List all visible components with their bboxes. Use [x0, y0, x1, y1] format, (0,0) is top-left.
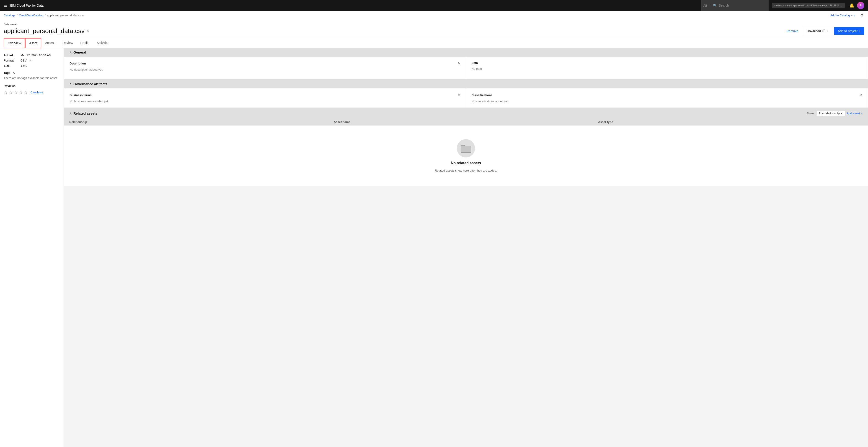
tags-empty-text: There are no tags available for this ass…: [4, 76, 60, 80]
tab-profile[interactable]: Profile: [76, 38, 93, 48]
tabs-bar: Overview Asset Access Review Profile Act…: [0, 38, 868, 48]
breadcrumb-catalog-link[interactable]: CreditDataCatalog: [19, 14, 43, 17]
add-to-catalog-label: Add to Catalog: [830, 14, 850, 17]
general-collapse-icon[interactable]: ∧: [69, 51, 71, 54]
search-input[interactable]: [719, 4, 766, 7]
show-label: Show:: [806, 111, 815, 115]
add-to-project-button[interactable]: Add to project +: [834, 27, 864, 35]
page-title: applicant_personal_data.csv ✎: [4, 27, 89, 35]
tab-activities[interactable]: Activities: [93, 38, 113, 48]
description-card-header: Description ✎: [69, 61, 460, 66]
relationship-filter-value: Any relationship: [818, 111, 840, 115]
star-3[interactable]: ☆: [14, 90, 18, 95]
related-section-title: Related assets: [73, 111, 97, 115]
add-asset-plus-icon: +: [861, 111, 863, 115]
tab-review[interactable]: Review: [59, 38, 77, 48]
description-empty: No description added yet.: [69, 68, 460, 71]
col-asset-type-header: Asset type: [598, 120, 863, 124]
star-1[interactable]: ☆: [4, 90, 8, 95]
classifications-add-icon[interactable]: ⊕: [859, 93, 862, 97]
title-edit-icon[interactable]: ✎: [86, 29, 89, 33]
nav-icons: 🔔 P: [847, 1, 864, 10]
reviews-count-link[interactable]: 0 reviews: [31, 91, 43, 94]
col-asset-name-header: Asset name: [334, 120, 598, 124]
search-bar[interactable]: All | 🔍: [701, 0, 769, 11]
reviews-title: Reviews: [4, 84, 60, 88]
related-empty-title: No related assets: [451, 161, 481, 165]
tags-section: Tags ✎ There are no tags available for t…: [4, 71, 60, 80]
classifications-title: Classifications: [472, 93, 493, 97]
breadcrumb-bar: Catalogs / CreditDataCatalog / applicant…: [0, 11, 868, 20]
download-arrow-icon: ↓: [827, 29, 828, 33]
download-button[interactable]: Download ⓘ ↓: [803, 27, 832, 35]
breadcrumb-sep-1: /: [17, 14, 18, 17]
search-icon: 🔍: [713, 4, 717, 7]
general-section-header: ∧ General: [64, 48, 868, 57]
add-project-plus-icon: +: [859, 29, 861, 33]
related-empty-state: No related assets Related assets show he…: [64, 126, 868, 186]
relationship-filter-dropdown[interactable]: Any relationship ∨: [816, 110, 845, 116]
search-scope-dropdown[interactable]: All: [704, 4, 707, 7]
description-title: Description: [69, 62, 86, 65]
tab-access[interactable]: Access: [41, 38, 59, 48]
path-card: Path No path: [466, 57, 868, 79]
star-5[interactable]: ☆: [24, 90, 28, 95]
governance-collapse-icon[interactable]: ∧: [69, 82, 71, 86]
remove-button[interactable]: Remove: [784, 27, 801, 35]
add-asset-label: Add asset: [847, 111, 860, 115]
format-edit-icon[interactable]: ✎: [29, 59, 32, 62]
business-terms-add-icon[interactable]: ⊕: [458, 93, 460, 97]
content-area: ∧ General Description ✎ No description a…: [64, 48, 868, 447]
main-content: Added: Mar 17, 2021 10:34 AM Format: CSV…: [0, 48, 868, 447]
empty-folder-icon-container: [457, 139, 475, 157]
description-edit-icon[interactable]: ✎: [458, 61, 460, 66]
format-label: Format:: [4, 59, 17, 62]
star-rating[interactable]: ☆ ☆ ☆ ☆ ☆ 0 reviews: [4, 90, 60, 95]
related-empty-desc: Related assets show here after they are …: [435, 169, 497, 172]
info-icon: ⓘ: [822, 29, 826, 33]
governance-cards: Business terms ⊕ No business terms added…: [64, 88, 868, 108]
tab-asset[interactable]: Asset: [25, 38, 41, 48]
breadcrumb-current: applicant_personal_data.csv: [47, 14, 85, 17]
star-2[interactable]: ☆: [9, 90, 13, 95]
related-collapse-icon[interactable]: ∧: [69, 111, 71, 115]
hamburger-menu-icon[interactable]: ☰: [4, 3, 7, 8]
path-empty: No path: [472, 67, 863, 70]
tags-edit-icon[interactable]: ✎: [12, 71, 15, 74]
classifications-empty: No classifications added yet.: [472, 100, 863, 103]
page-title-text: applicant_personal_data.csv: [4, 27, 85, 35]
page-actions: Remove Download ⓘ ↓ Add to project +: [784, 27, 864, 35]
url-bar: south.containers.appdomain.cloud/data/ca…: [772, 3, 845, 8]
format-value: CSV: [21, 59, 27, 62]
classifications-card: Classifications ⊕ No classifications add…: [466, 88, 868, 108]
top-navigation: ☰ IBM Cloud Pak for Data All | 🔍 south.c…: [0, 0, 868, 11]
breadcrumb-catalogs-link[interactable]: Catalogs: [4, 14, 15, 17]
business-terms-title: Business terms: [69, 93, 92, 97]
size-label: Size:: [4, 64, 17, 67]
notification-icon[interactable]: 🔔: [847, 1, 856, 10]
add-to-catalog-button[interactable]: Add to Catalog + ∨: [828, 13, 858, 18]
added-label: Added:: [4, 54, 17, 57]
path-card-header: Path: [472, 61, 863, 65]
related-assets-header: ∧ Related assets Show: Any relationship …: [64, 108, 868, 119]
related-header-right: Show: Any relationship ∨ Add asset +: [806, 110, 863, 116]
svg-rect-0: [461, 146, 471, 152]
add-asset-button[interactable]: Add asset +: [847, 111, 863, 115]
settings-icon[interactable]: ⚙: [859, 12, 864, 19]
size-value: 1 MB: [21, 64, 27, 67]
related-table-header: Relationship Asset name Asset type: [64, 119, 868, 126]
tab-overview[interactable]: Overview: [4, 38, 25, 48]
star-4[interactable]: ☆: [19, 90, 23, 95]
general-cards: Description ✎ No description added yet. …: [64, 57, 868, 79]
page-title-row: applicant_personal_data.csv ✎ Remove Dow…: [4, 27, 864, 38]
page-header: Data asset applicant_personal_data.csv ✎…: [0, 20, 868, 38]
business-terms-header: Business terms ⊕: [69, 93, 460, 97]
avatar[interactable]: P: [857, 2, 864, 9]
classifications-header: Classifications ⊕: [472, 93, 863, 97]
governance-section-title: Governance artifacts: [73, 82, 107, 86]
plus-icon: +: [851, 14, 852, 17]
asset-type-label: Data asset: [4, 23, 864, 26]
add-to-project-label: Add to project: [838, 29, 857, 33]
col-relationship-header: Relationship: [69, 120, 334, 124]
breadcrumb-sep-2: /: [45, 14, 45, 17]
